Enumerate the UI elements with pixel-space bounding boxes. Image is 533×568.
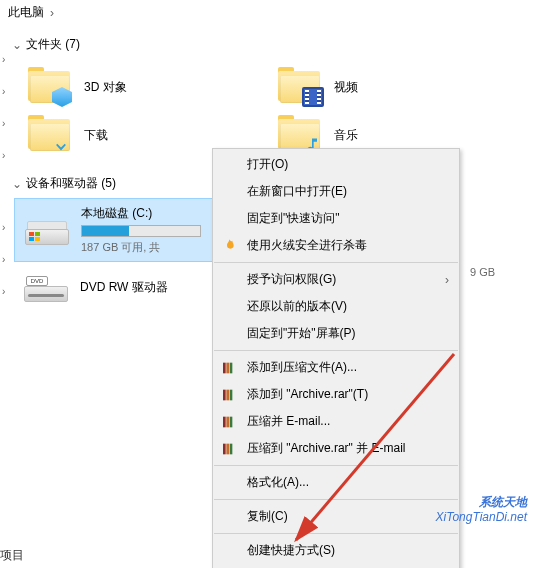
watermark-url: XiTongTianDi.net [435,510,527,524]
svg-rect-0 [223,362,226,373]
menu-copy[interactable]: 复制(C) [213,503,459,530]
svg-rect-11 [230,443,233,454]
svg-rect-7 [226,416,229,427]
svg-rect-2 [230,362,233,373]
watermark-title: 系统天地 [435,495,527,509]
chevron-right-icon: › [50,6,54,20]
menu-compress-email[interactable]: 压缩并 E-mail... [213,408,459,435]
film-icon [302,87,324,107]
menu-create-shortcut[interactable]: 创建快捷方式(S) [213,537,459,564]
menu-add-archive-rar[interactable]: 添加到 "Archive.rar"(T) [213,381,459,408]
menu-separator [214,350,458,351]
watermark: 系统天地 XiTongTianDi.net [435,495,527,524]
drive-name: DVD RW 驱动器 [80,279,168,296]
menu-open[interactable]: 打开(O) [213,151,459,178]
context-menu: 打开(O) 在新窗口中打开(E) 固定到"快速访问" 使用火绒安全进行杀毒 授予… [212,148,460,568]
menu-pin-start[interactable]: 固定到"开始"屏幕(P) [213,320,459,347]
breadcrumb-root[interactable]: 此电脑 [8,4,44,21]
svg-rect-6 [223,416,226,427]
menu-huorong-scan[interactable]: 使用火绒安全进行杀毒 [213,232,459,259]
drive-info: DVD RW 驱动器 [80,279,168,296]
windows-logo-icon [29,232,41,242]
drive-info: 本地磁盘 (C:) 187 GB 可用, 共 [81,205,201,255]
menu-format[interactable]: 格式化(A)... [213,469,459,496]
caret-down-icon: ⌄ [12,38,22,52]
svg-rect-10 [226,443,229,454]
archive-icon [221,441,237,457]
svg-rect-5 [230,389,233,400]
folder-videos[interactable]: 视频 [270,63,510,111]
menu-separator [214,499,458,500]
svg-rect-1 [226,362,229,373]
menu-pin-quick-access[interactable]: 固定到"快速访问" [213,205,459,232]
caret-down-icon: ⌄ [12,177,22,191]
folder-label: 视频 [334,79,358,96]
download-arrow-icon [52,135,70,157]
menu-separator [214,262,458,263]
svg-rect-8 [230,416,233,427]
section-drives-title: 设备和驱动器 (5) [26,175,116,192]
folder-label: 3D 对象 [84,79,127,96]
drive-name: 本地磁盘 (C:) [81,205,201,222]
drive-capacity-bar [81,225,201,237]
menu-separator [214,465,458,466]
svg-rect-4 [226,389,229,400]
breadcrumb[interactable]: 此电脑 › [0,0,533,26]
status-bar-label: 项目 [0,547,24,564]
menu-grant-access[interactable]: 授予访问权限(G) › [213,266,459,293]
drive-icon [23,211,71,249]
folder-label: 下载 [84,127,108,144]
folder-icon [26,115,74,155]
partial-drive-size: 9 GB [470,266,495,278]
archive-icon [221,414,237,430]
menu-rename[interactable]: 重命名(M) [213,564,459,568]
archive-icon [221,387,237,403]
menu-separator [214,533,458,534]
section-folders-title: 文件夹 (7) [26,36,80,53]
chevron-right-icon: › [445,273,449,287]
svg-rect-9 [223,443,226,454]
menu-add-archive[interactable]: 添加到压缩文件(A)... [213,354,459,381]
menu-compress-rar-email[interactable]: 压缩到 "Archive.rar" 并 E-mail [213,435,459,462]
folder-icon [26,67,74,107]
dvd-drive-icon: DVD [22,268,70,306]
flame-icon [221,238,237,254]
folder-icon [276,67,324,107]
drive-free-text: 187 GB 可用, 共 [81,240,201,255]
menu-restore-previous[interactable]: 还原以前的版本(V) [213,293,459,320]
svg-rect-3 [223,389,226,400]
folder-label: 音乐 [334,127,358,144]
menu-open-new-window[interactable]: 在新窗口中打开(E) [213,178,459,205]
archive-icon [221,360,237,376]
folder-3d-objects[interactable]: 3D 对象 [20,63,270,111]
section-folders-header[interactable]: ⌄ 文件夹 (7) [0,30,533,59]
